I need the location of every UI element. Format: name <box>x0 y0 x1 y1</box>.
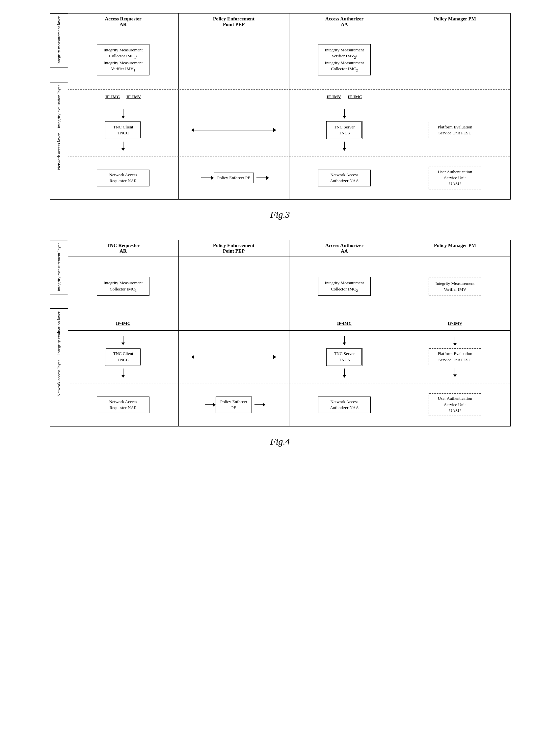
fig4-if-AR: IF-IMC <box>68 316 179 330</box>
fig3-if-row: IF-IMC IF-IMV IF-IMV IF-IMC <box>68 90 510 104</box>
fig3-if-imv-AA: IF-IMV <box>327 94 341 100</box>
fig3-if-PM <box>400 90 510 104</box>
fig4-PM-net-box: User Authentication Service UnitUASU <box>429 393 481 416</box>
fig4-cell-PM-net: User Authentication Service UnitUASU <box>400 383 510 426</box>
page: Integrity measurement layer Integrity ev… <box>20 13 540 447</box>
fig4-label: Fig.4 <box>270 436 290 447</box>
fig4-cell-AR-meas: Integrity Measurement Collector IMC1 <box>68 257 179 316</box>
layer4-integrity-meas-label: Integrity measurement layer <box>50 240 68 294</box>
fig3-if-imv-AR: IF-IMV <box>126 94 141 100</box>
fig4-if-PM: IF-IMV <box>400 316 510 330</box>
fig4-cell-PEP-net: Policy EnforcerPE <box>179 383 289 426</box>
fig4-section: Integrity measurement layer Integrity ev… <box>20 240 540 446</box>
fig4-AR-eval-box: TNC ClientTNCC <box>105 348 141 366</box>
fig4-row-network-access: Network Access Requester NAR Policy Enfo… <box>68 383 510 426</box>
fig4-header-PEP: Policy Enforcement Point PEP <box>179 240 289 257</box>
fig4-arrow-down2-AR-eval <box>121 369 125 378</box>
fig4-diagram: Integrity measurement layer Integrity ev… <box>50 240 511 426</box>
fig4-header-AR: TNC Requester AR <box>68 240 179 257</box>
fig4-cell-PEP-eval <box>179 331 289 383</box>
fig4-arrow-down-AR-eval <box>121 336 125 345</box>
fig3-label: Fig.3 <box>270 209 290 220</box>
fig4-main: TNC Requester AR Policy Enforcement Poin… <box>68 240 510 426</box>
fig3-row-integrity-eval: TNC ClientTNCC <box>68 104 510 156</box>
fig4-diagram-inner: Integrity measurement layer Integrity ev… <box>50 240 511 426</box>
fig3-diagram: Integrity measurement layer Integrity ev… <box>50 13 511 200</box>
fig4-cell-AR-net: Network Access Requester NAR <box>68 383 179 426</box>
fig4-cell-AA-meas: Integrity Measurement Collector IMC2 <box>289 257 400 316</box>
fig3-AA-net-box: Network Access Authorizer NAA <box>318 170 371 186</box>
fig4-row-integrity-eval: TNC ClientTNCC <box>68 331 510 383</box>
fig3-header-row: Access Requester AR Policy Enforcement P… <box>68 13 510 30</box>
fig3-AR-net-box: Network Access Requester NAR <box>97 170 150 186</box>
fig4-AA-meas-box: Integrity Measurement Collector IMC2 <box>318 277 371 296</box>
fig4-if-PEP <box>179 316 289 330</box>
fig3-arrow-down-AA-eval <box>343 109 346 118</box>
fig4-arrow-down-AA-eval <box>343 336 346 345</box>
fig3-cell-PEP-net: Policy Enforcer PE <box>179 156 289 199</box>
fig3-arrow-down2-AR-eval <box>121 142 125 151</box>
fig4-if-AA: IF-IMC <box>289 316 400 330</box>
fig4-AR-net-box: Network Access Requester NAR <box>97 396 150 413</box>
fig3-cell-AR-eval: TNC ClientTNCC <box>68 104 179 156</box>
fig3-if-imc-AA: IF-IMC <box>348 94 362 100</box>
fig3-header-PM: Policy Manager PM <box>400 13 510 30</box>
fig4-header-PM: Policy Manager PM <box>400 240 510 257</box>
fig3-AR-meas-box: Integrity Measurement Collector IMC1/Int… <box>97 44 150 76</box>
fig4-cell-PM-meas: Integrity Measurement Verifier IMV <box>400 257 510 316</box>
layer-integrity-meas-label: Integrity measurement layer <box>50 13 68 67</box>
fig4-if-imc-AR: IF-IMC <box>116 321 130 326</box>
fig4-cell-AA-net: Network Access Authorizer NAA <box>289 383 400 426</box>
fig3-diagram-inner: Integrity measurement layer Integrity ev… <box>50 13 511 200</box>
fig3-cell-PM-eval: Platform Evaluation Service Unit PESU <box>400 104 510 156</box>
fig4-cell-AR-eval: TNC ClientTNCC <box>68 331 179 383</box>
fig4-PM-eval-box: Platform Evaluation Service Unit PESU <box>429 349 481 365</box>
fig4-header-row: TNC Requester AR Policy Enforcement Poin… <box>68 240 510 257</box>
fig4-if-imc-AA: IF-IMC <box>337 321 352 326</box>
fig3-PEP-net-box: Policy Enforcer PE <box>214 172 254 183</box>
fig4-if-row: IF-IMC IF-IMC IF-IMV <box>68 316 510 331</box>
fig3-if-PEP <box>179 90 289 104</box>
fig3-cell-AA-eval: TNC ServerTNCS <box>289 104 400 156</box>
fig4-arrow-down2-PM-eval <box>453 368 457 377</box>
fig3-main: Access Requester AR Policy Enforcement P… <box>68 13 510 199</box>
fig3-section: Integrity measurement layer Integrity ev… <box>20 13 540 220</box>
fig4-if-imv-PM: IF-IMV <box>448 321 462 326</box>
layer4-if-label <box>50 294 68 309</box>
fig4-arrow-down-PM-eval <box>453 336 457 346</box>
layer-network-access-label: Network access layer <box>50 131 68 172</box>
layer4-integrity-eval-label: Integrity evaluation layer <box>50 309 68 357</box>
fig3-PM-net-box: User Authentication Service UnitUASU <box>429 167 481 190</box>
fig3-cell-AR-meas: Integrity Measurement Collector IMC1/Int… <box>68 30 179 89</box>
fig3-cell-PM-meas <box>400 30 510 89</box>
fig3-if-imc-AR: IF-IMC <box>105 94 120 100</box>
fig4-cell-AA-eval: TNC ServerTNCS <box>289 331 400 383</box>
fig3-if-AR: IF-IMC IF-IMV <box>68 90 179 104</box>
fig4-arrow-down2-AA-eval <box>343 369 346 378</box>
fig3-AR-eval-box: TNC ClientTNCC <box>105 121 141 139</box>
fig3-AA-eval-box: TNC ServerTNCS <box>326 121 362 139</box>
fig3-header-PEP: Policy Enforcement Point PEP <box>179 13 289 30</box>
fig4-row-integrity-meas: Integrity Measurement Collector IMC1 Int… <box>68 257 510 316</box>
fig4-PEP-net-box: Policy EnforcerPE <box>216 396 252 413</box>
fig4-header-AA: Access Authorizer AA <box>289 240 400 257</box>
fig3-arrow-down-AR-eval <box>121 109 125 118</box>
fig3-cell-AA-net: Network Access Authorizer NAA <box>289 156 400 199</box>
fig3-PM-eval-box: Platform Evaluation Service Unit PESU <box>429 122 481 138</box>
fig3-AA-meas-box: Integrity Measurement Verifier IMV2/Inte… <box>318 44 371 76</box>
fig3-arrow-down2-AA-eval <box>343 142 346 151</box>
fig4-AA-eval-box: TNC ServerTNCS <box>326 348 362 366</box>
fig3-row-network-access: Network Access Requester NAR Policy Enfo… <box>68 156 510 199</box>
fig3-header-AA: Access Authorizer AA <box>289 13 400 30</box>
fig3-header-AR: Access Requester AR <box>68 13 179 30</box>
fig4-AR-meas-box: Integrity Measurement Collector IMC1 <box>97 277 150 296</box>
fig4-AA-net-box: Network Access Authorizer NAA <box>318 396 371 413</box>
fig3-cell-PEP-meas <box>179 30 289 89</box>
fig3-if-AA: IF-IMV IF-IMC <box>289 90 400 104</box>
fig4-cell-PEP-meas <box>179 257 289 316</box>
layer-if-label <box>50 67 68 82</box>
fig4-cell-PM-eval: Platform Evaluation Service Unit PESU <box>400 331 510 383</box>
fig3-cell-PEP-eval <box>179 104 289 156</box>
layer-integrity-eval-label: Integrity evaluation layer <box>50 82 68 131</box>
fig3-layer-labels: Integrity measurement layer Integrity ev… <box>50 13 68 199</box>
